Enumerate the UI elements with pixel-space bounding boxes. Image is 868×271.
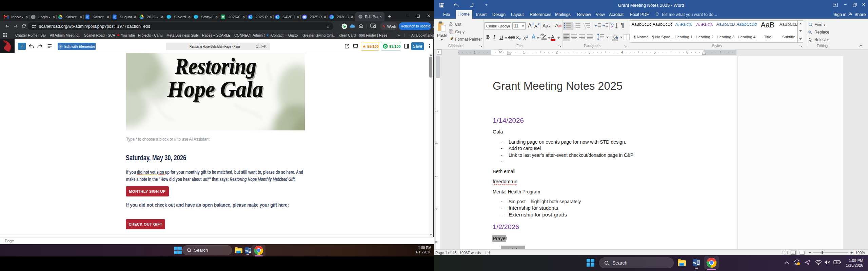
svg-text:4: 4 (621, 50, 623, 54)
svg-text:Add to carousel: Add to carousel (509, 146, 541, 151)
svg-text:make a note in the "How did yo: make a note in the "How did you hear abo… (126, 176, 296, 182)
svg-text:-: - (501, 199, 502, 204)
svg-text:Gala: Gala (493, 129, 504, 134)
svg-text:Restoring: Restoring (175, 54, 256, 79)
svg-text:Beth email: Beth email (493, 169, 515, 174)
svg-text:-: - (501, 159, 502, 164)
svg-text:Landing page on events page fo: Landing page on events page for now with… (509, 139, 626, 145)
svg-text:1: 1 (523, 50, 525, 54)
svg-text:Restoring Hope Gala Main Page: Restoring Hope Gala Main Page · Page (190, 44, 240, 48)
svg-text:Hope Gala: Hope Gala (167, 77, 263, 102)
svg-text:1/2/2026: 1/2/2026 (493, 224, 519, 230)
svg-text:freedomrun: freedomrun (493, 179, 517, 184)
svg-text:W: W (693, 261, 696, 265)
svg-text:-: - (501, 212, 502, 217)
svg-text:-: - (501, 139, 502, 145)
svg-text:1: 1 (474, 50, 476, 54)
svg-text:Link to last year’s after-even: Link to last year’s after-event checkout… (509, 152, 633, 158)
svg-text:7: 7 (719, 50, 721, 54)
svg-text:Externship for post-grads: Externship for post-grads (509, 212, 567, 217)
svg-text:Prayer: Prayer (493, 236, 507, 241)
svg-text:Mental Health Program: Mental Health Program (493, 189, 540, 194)
svg-text:3: 3 (588, 50, 590, 54)
svg-text:Internship for students: Internship for students (509, 205, 558, 211)
svg-text:-: - (501, 205, 502, 211)
svg-text:If you did not check out and h: If you did not check out and have an ope… (126, 202, 289, 208)
svg-text:5: 5 (654, 50, 656, 54)
svg-text:2: 2 (556, 50, 558, 54)
svg-text:If you did not yet sign up for: If you did not yet sign up for your mont… (126, 169, 303, 175)
svg-text:Saturday, May 30, 2026: Saturday, May 30, 2026 (126, 153, 186, 162)
svg-text:6: 6 (686, 50, 688, 54)
svg-text:Type / to choose a block or //: Type / to choose a block or // to use AI… (126, 137, 210, 142)
svg-text:1/14/2026: 1/14/2026 (493, 117, 524, 124)
svg-text:Ctrl+K: Ctrl+K (256, 44, 267, 48)
svg-text:W: W (245, 249, 248, 252)
svg-text:-: - (501, 152, 502, 158)
svg-text:Sm post – highlight both separ: Sm post – highlight both separately (509, 199, 581, 204)
svg-text:Grant Meeting Notes 2025: Grant Meeting Notes 2025 (493, 80, 623, 92)
svg-text:-: - (501, 146, 502, 151)
